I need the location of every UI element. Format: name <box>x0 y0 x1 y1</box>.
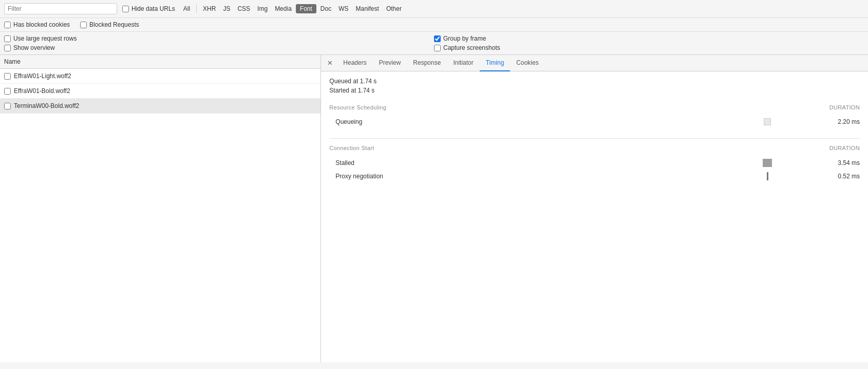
divider <box>329 138 860 139</box>
timing-bar-stalled <box>763 159 772 167</box>
file-list-panel: Name EffraW01-Light.woff2 EffraW01-Bold.… <box>0 55 321 362</box>
timing-bar-area-stalled <box>716 159 819 167</box>
timing-bar-area-proxy <box>716 172 819 180</box>
tab-timing[interactable]: Timing <box>480 55 511 71</box>
file-list-header: Name <box>0 55 320 69</box>
timing-section-title-1: Connection Start <box>329 145 374 151</box>
file-checkbox-0[interactable] <box>4 73 11 80</box>
timing-section-header-0: Resource Scheduling DURATION <box>329 102 860 113</box>
has-blocked-cookies-checkbox[interactable] <box>4 22 11 28</box>
detail-content: Queued at 1.74 s Started at 1.74 s Resou… <box>321 71 868 362</box>
toolbar-row: Hide data URLs All XHR JS CSS Img Media … <box>0 0 868 18</box>
checkbox-row: Has blocked cookies Blocked Requests <box>0 18 868 32</box>
timing-duration-label-0: DURATION <box>829 104 860 110</box>
timing-duration-queueing: 2.20 ms <box>819 118 860 125</box>
blocked-requests-label[interactable]: Blocked Requests <box>80 21 139 28</box>
group-by-frame-label[interactable]: Group by frame <box>434 35 864 42</box>
file-list-body: EffraW01-Light.woff2 EffraW01-Bold.woff2… <box>0 69 320 362</box>
detail-panel: ✕ Headers Preview Response Initiator Tim… <box>321 55 868 362</box>
show-overview-checkbox[interactable] <box>4 45 11 51</box>
timing-bar-area-queueing <box>716 118 819 125</box>
timing-section-header-1: Connection Start DURATION <box>329 143 860 153</box>
detail-tabs: ✕ Headers Preview Response Initiator Tim… <box>321 55 868 71</box>
filter-other[interactable]: Other <box>383 4 405 13</box>
file-name-1: EffraW01-Bold.woff2 <box>14 87 70 95</box>
file-name-0: EffraW01-Light.woff2 <box>14 72 71 80</box>
hide-data-urls-checkbox[interactable] <box>122 6 129 12</box>
timing-section-connection-start: Connection Start DURATION Stalled 3.54 m… <box>329 143 860 183</box>
file-item[interactable]: EffraW01-Light.woff2 <box>0 69 320 84</box>
filter-all[interactable]: All <box>180 4 193 13</box>
file-item-selected[interactable]: TerminaW00-Bold.woff2 <box>0 99 320 114</box>
capture-screenshots-label[interactable]: Capture screenshots <box>434 44 864 51</box>
tab-initiator[interactable]: Initiator <box>447 55 479 71</box>
timing-bar-proxy <box>767 172 768 180</box>
timing-label-queueing: Queueing <box>335 118 716 125</box>
timing-label-stalled: Stalled <box>335 159 716 167</box>
tab-cookies[interactable]: Cookies <box>510 55 544 71</box>
blocked-requests-checkbox[interactable] <box>80 22 87 28</box>
group-by-frame-checkbox[interactable] <box>434 35 441 42</box>
queued-at: Queued at 1.74 s <box>329 78 860 85</box>
timing-bar-queueing <box>764 118 771 125</box>
filter-types: All XHR JS CSS Img Media Font Doc WS Man… <box>180 4 405 13</box>
timing-row-proxy: Proxy negotiation 0.52 ms <box>329 170 860 183</box>
file-checkbox-1[interactable] <box>4 88 11 95</box>
filter-doc[interactable]: Doc <box>317 4 334 13</box>
file-item[interactable]: EffraW01-Bold.woff2 <box>0 84 320 99</box>
use-large-request-rows-checkbox[interactable] <box>4 35 11 42</box>
tab-response[interactable]: Response <box>407 55 447 71</box>
filter-img[interactable]: Img <box>254 4 271 13</box>
filter-font[interactable]: Font <box>296 4 316 13</box>
filter-media[interactable]: Media <box>272 4 295 13</box>
options-section: Use large request rows Show overview Gro… <box>0 32 868 55</box>
timing-duration-proxy: 0.52 ms <box>819 173 860 180</box>
filter-ws[interactable]: WS <box>335 4 351 13</box>
close-button[interactable]: ✕ <box>323 56 337 70</box>
options-right: Group by frame Capture screenshots <box>434 35 864 51</box>
timing-duration-stalled: 3.54 ms <box>819 159 860 167</box>
file-name-2: TerminaW00-Bold.woff2 <box>14 102 79 109</box>
use-large-request-rows-label[interactable]: Use large request rows <box>4 35 434 42</box>
main-area: Name EffraW01-Light.woff2 EffraW01-Bold.… <box>0 55 868 362</box>
timing-info: Queued at 1.74 s Started at 1.74 s <box>329 78 860 94</box>
tab-headers[interactable]: Headers <box>337 55 372 71</box>
file-checkbox-2[interactable] <box>4 103 11 109</box>
timing-section-resource-scheduling: Resource Scheduling DURATION Queueing 2.… <box>329 102 860 128</box>
filter-css[interactable]: CSS <box>234 4 253 13</box>
options-left: Use large request rows Show overview <box>4 35 434 51</box>
filter-js[interactable]: JS <box>220 4 233 13</box>
timing-section-title-0: Resource Scheduling <box>329 104 386 110</box>
separator <box>196 5 197 13</box>
show-overview-label[interactable]: Show overview <box>4 44 434 51</box>
filter-manifest[interactable]: Manifest <box>353 4 382 13</box>
capture-screenshots-checkbox[interactable] <box>434 45 441 51</box>
hide-data-urls-label[interactable]: Hide data URLs <box>122 5 175 12</box>
timing-duration-label-1: DURATION <box>829 145 860 151</box>
timing-row-stalled: Stalled 3.54 ms <box>329 156 860 170</box>
file-list-header-label: Name <box>4 58 21 65</box>
timing-label-proxy: Proxy negotiation <box>335 173 716 180</box>
has-blocked-cookies-label[interactable]: Has blocked cookies <box>4 21 70 28</box>
started-at: Started at 1.74 s <box>329 87 860 94</box>
tab-preview[interactable]: Preview <box>373 55 407 71</box>
filter-xhr[interactable]: XHR <box>200 4 219 13</box>
timing-row-queueing: Queueing 2.20 ms <box>329 116 860 128</box>
filter-input[interactable] <box>4 3 117 14</box>
